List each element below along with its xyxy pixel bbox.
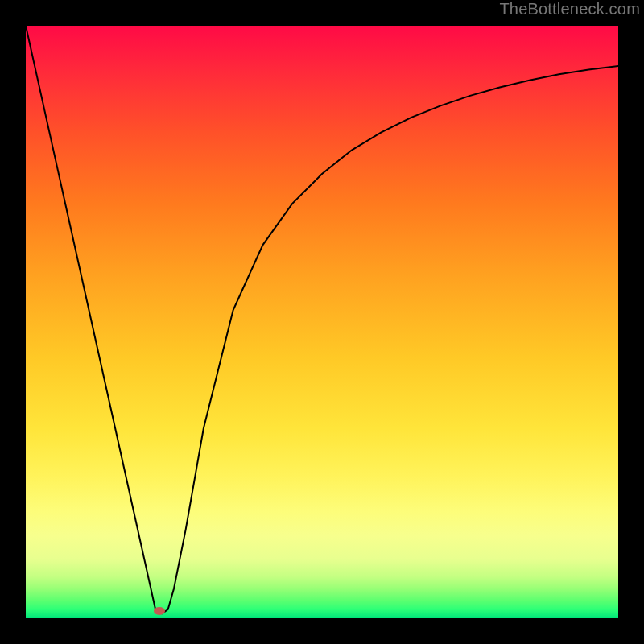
plot-area bbox=[26, 26, 618, 618]
watermark-label: TheBottleneck.com bbox=[499, 0, 640, 19]
curve-svg bbox=[26, 26, 618, 618]
chart-container: TheBottleneck.com bbox=[0, 0, 644, 644]
bottleneck-curve bbox=[26, 26, 618, 613]
minimum-marker-icon bbox=[154, 607, 165, 615]
